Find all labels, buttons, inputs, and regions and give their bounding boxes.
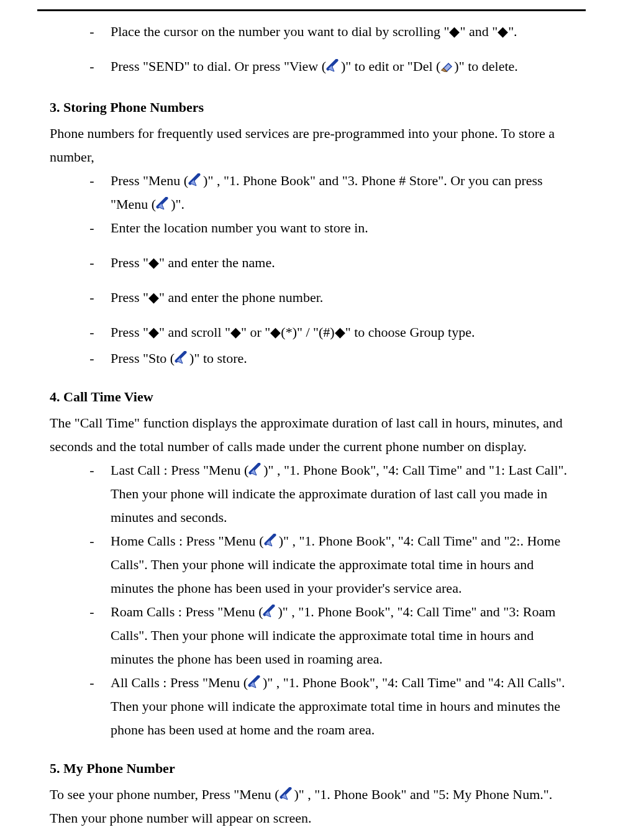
softkey-icon: [264, 534, 279, 547]
intro-call-time-view: The "Call Time" function displays the ap…: [50, 411, 578, 459]
list-item: -Last Call : Press "Menu ()" , "1. Phone…: [50, 459, 578, 529]
list-item-text: Press "Sto ()" to store.: [111, 347, 578, 370]
page: -Place the cursor on the number you want…: [0, 0, 623, 840]
heading-my-phone-number: 5. My Phone Number: [50, 757, 578, 780]
list-item: -All Calls : Press "Menu ()" , "1. Phone…: [50, 671, 578, 742]
list-item: -Press "Sto ()" to store.: [50, 347, 578, 370]
list-item: -Enter the location number you want to s…: [50, 216, 578, 240]
softkey-icon: [280, 787, 294, 801]
softkey-icon: [175, 351, 189, 365]
list-item: -Press "◆" and enter the phone number.: [50, 286, 578, 309]
list-item-text: Roam Calls : Press "Menu ()" , "1. Phone…: [111, 600, 578, 671]
list-item: -Press "SEND" to dial. Or press "View ()…: [50, 55, 578, 78]
list-item-text: Press "◆" and enter the phone number.: [111, 286, 578, 309]
top-rule: [37, 9, 586, 11]
list-item-text: Place the cursor on the number you want …: [111, 20, 578, 43]
list-item-text: Home Calls : Press "Menu ()" , "1. Phone…: [111, 529, 578, 600]
bullet-dash: -: [86, 529, 98, 553]
list-item: -Press "◆" and scroll "◆" or "◆(*)" / "(…: [50, 321, 578, 344]
bullet-dash: -: [86, 216, 98, 240]
list-item: -Roam Calls : Press "Menu ()" , "1. Phon…: [50, 600, 578, 671]
bullet-dash: -: [86, 347, 98, 370]
bullet-dash: -: [86, 321, 98, 344]
softkey-icon: [188, 173, 203, 187]
list-item: -Place the cursor on the number you want…: [50, 20, 578, 43]
softkey-icon: [326, 59, 341, 73]
block-3-bullets: -Last Call : Press "Menu ()" , "1. Phone…: [50, 459, 578, 742]
list-item-text: Press "◆" and enter the name.: [111, 251, 578, 275]
bullet-dash: -: [86, 20, 98, 43]
heading-storing-phone-numbers: 3. Storing Phone Numbers: [50, 96, 578, 119]
bullet-dash: -: [86, 55, 98, 78]
intro-my-phone-number: To see your phone number, Press "Menu ()…: [50, 783, 578, 830]
intro-storing-phone-numbers: Phone numbers for frequently used servic…: [50, 122, 578, 169]
block-1: -Place the cursor on the number you want…: [50, 20, 578, 81]
list-item: -Home Calls : Press "Menu ()" , "1. Phon…: [50, 529, 578, 600]
content-area: -Place the cursor on the number you want…: [37, 20, 586, 830]
heading-call-time-view: 4. Call Time View: [50, 385, 578, 409]
bullet-dash: -: [86, 671, 98, 695]
block-2-bullets: -Press "Menu ()" , "1. Phone Book" and "…: [50, 169, 578, 370]
bullet-dash: -: [86, 286, 98, 309]
bullet-dash: -: [86, 251, 98, 275]
list-item: -Press "◆" and enter the name.: [50, 251, 578, 275]
bullet-dash: -: [86, 169, 98, 193]
softkey-icon: [263, 605, 278, 618]
list-item-text: Last Call : Press "Menu ()" , "1. Phone …: [111, 459, 578, 529]
bullet-dash: -: [86, 600, 98, 624]
list-item-text: Press "◆" and scroll "◆" or "◆(*)" / "(#…: [111, 321, 578, 344]
eraser-icon: [440, 60, 454, 73]
softkey-icon: [248, 463, 263, 477]
list-item: -Press "Menu ()" , "1. Phone Book" and "…: [50, 169, 578, 216]
softkey-icon: [156, 197, 171, 211]
list-item-text: All Calls : Press "Menu ()" , "1. Phone …: [111, 671, 578, 742]
list-item-text: Press "SEND" to dial. Or press "View ()"…: [111, 55, 578, 78]
list-item-text: Enter the location number you want to st…: [111, 216, 578, 240]
list-item-text: Press "Menu ()" , "1. Phone Book" and "3…: [111, 169, 578, 216]
softkey-icon: [248, 675, 263, 689]
bullet-dash: -: [86, 459, 98, 482]
